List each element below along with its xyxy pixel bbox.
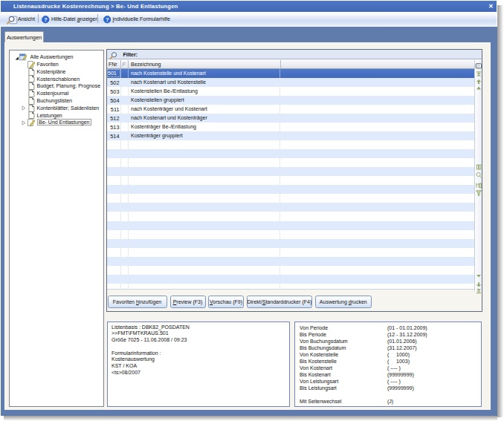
svg-text:?: ? xyxy=(44,16,48,23)
svg-text:?: ? xyxy=(105,16,109,23)
